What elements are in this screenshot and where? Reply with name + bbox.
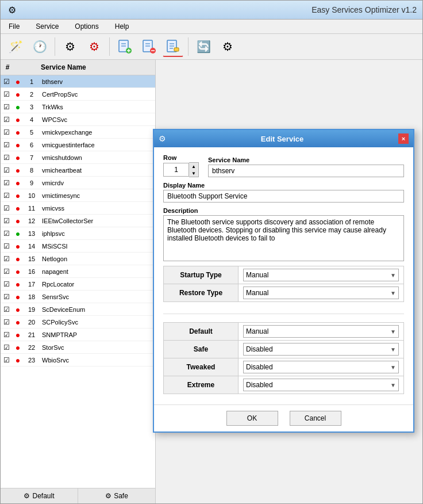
service-number: 3 — [24, 104, 40, 110]
menu-file[interactable]: File — [5, 21, 23, 32]
service-checkbox[interactable]: ☑ — [1, 356, 12, 364]
service-checkbox[interactable]: ☑ — [1, 230, 12, 238]
service-row[interactable]: ☑●11vmicvss — [1, 202, 155, 215]
service-row[interactable]: ☑●8vmicheartbeat — [1, 164, 155, 177]
tweaked-profile-select[interactable]: Disabled ▼ — [243, 361, 399, 373]
service-name: IEEtwCollectorSer — [40, 217, 155, 224]
service-row[interactable]: ☑●19ScDeviceEnum — [1, 303, 155, 316]
service-checkbox[interactable]: ☑ — [1, 268, 12, 276]
safe-profile-select[interactable]: Disabled ▼ — [243, 343, 399, 356]
service-name: SensrSvc — [40, 293, 155, 300]
service-row[interactable]: ☑●1bthserv — [1, 75, 155, 88]
startup-type-cell: Manual ▼ — [239, 266, 404, 284]
refresh-button[interactable]: 🔄 — [193, 36, 214, 57]
menu-options[interactable]: Options — [71, 21, 102, 32]
description-input[interactable]: The Bluetooth service supports discovery… — [163, 215, 404, 261]
service-row[interactable]: ☑●16napagent — [1, 265, 155, 278]
service-row[interactable]: ☑●22StorSvc — [1, 341, 155, 354]
service-checkbox[interactable]: ☑ — [1, 78, 12, 86]
ok-button[interactable]: OK — [226, 411, 278, 426]
doc-add-button[interactable] — [114, 36, 135, 57]
service-checkbox[interactable]: ☑ — [1, 242, 12, 250]
service-name: napagent — [40, 268, 155, 275]
gear-red-button[interactable]: ⚙ — [84, 36, 105, 57]
cancel-button[interactable]: Cancel — [290, 411, 341, 426]
service-name-input[interactable] — [208, 165, 404, 177]
service-row[interactable]: ☑●6vmicguestinterface — [1, 139, 155, 151]
service-name: StorSvc — [40, 344, 155, 351]
dialog-close-button[interactable]: × — [398, 133, 409, 144]
service-checkbox[interactable]: ☑ — [1, 217, 12, 225]
row-label: Row — [163, 154, 199, 161]
service-row[interactable]: ☑●9vmicrdv — [1, 177, 155, 189]
service-checkbox[interactable]: ☑ — [1, 318, 12, 326]
doc-remove-button[interactable] — [139, 36, 159, 57]
menu-help[interactable]: Help — [111, 21, 133, 32]
display-name-input[interactable] — [163, 190, 404, 203]
service-row[interactable]: ☑●17RpcLocator — [1, 278, 155, 291]
service-row[interactable]: ☑●15Netlogon — [1, 253, 155, 265]
service-checkbox[interactable]: ☑ — [1, 166, 12, 174]
default-button[interactable]: ⚙ Default — [1, 488, 78, 503]
service-checkbox[interactable]: ☑ — [1, 154, 12, 162]
service-row[interactable]: ☑●12IEEtwCollectorSer — [1, 215, 155, 227]
service-checkbox[interactable]: ☑ — [1, 116, 12, 124]
service-checkbox[interactable]: ☑ — [1, 179, 12, 187]
svg-rect-15 — [174, 48, 179, 51]
clock-button[interactable]: 🕐 — [29, 36, 50, 57]
service-row[interactable]: ☑●5vmickvpexchange — [1, 126, 155, 139]
service-checkbox[interactable]: ☑ — [1, 343, 12, 352]
status-circle: ● — [12, 77, 24, 86]
safe-button[interactable]: ⚙ Safe — [78, 488, 155, 503]
restore-type-select[interactable]: Manual ▼ — [243, 287, 399, 299]
service-row[interactable]: ☑●18SensrSvc — [1, 291, 155, 303]
service-row[interactable]: ☑●13iphlpsvc — [1, 227, 155, 240]
dialog-title: Edit Service — [170, 135, 395, 143]
restore-type-cell: Manual ▼ — [239, 284, 404, 302]
service-checkbox[interactable]: ☑ — [1, 141, 12, 149]
service-row[interactable]: ☑●7vmicshutdown — [1, 151, 155, 164]
service-row[interactable]: ☑●2CertPropSvc — [1, 88, 155, 101]
header-hash: # — [1, 62, 14, 72]
service-checkbox[interactable]: ☑ — [1, 331, 12, 339]
default-profile-select[interactable]: Manual ▼ — [243, 325, 399, 338]
service-checkbox[interactable]: ☑ — [1, 103, 12, 111]
service-checkbox[interactable]: ☑ — [1, 192, 12, 200]
service-checkbox[interactable]: ☑ — [1, 293, 12, 301]
dialog-body: Row 1 ▲ ▼ Service Name — [154, 147, 413, 404]
wand-button[interactable]: 🪄 — [5, 36, 26, 57]
service-name: CertPropSvc — [40, 91, 155, 98]
status-circle: ● — [12, 305, 24, 314]
service-row[interactable]: ☑●14MSiSCSI — [1, 240, 155, 253]
status-circle: ● — [12, 216, 24, 226]
service-row[interactable]: ☑●3TrkWks — [1, 101, 155, 113]
startup-type-select[interactable]: Manual ▼ — [243, 269, 399, 281]
service-name: TrkWks — [40, 104, 155, 110]
service-name: bthserv — [40, 78, 155, 85]
service-row[interactable]: ☑●4WPCSvc — [1, 113, 155, 126]
status-circle: ● — [12, 153, 24, 162]
service-row[interactable]: ☑●10vmictimesync — [1, 189, 155, 202]
service-checkbox[interactable]: ☑ — [1, 280, 12, 288]
safe-profile-arrow: ▼ — [390, 346, 396, 353]
service-row[interactable]: ☑●23WbioSrvc — [1, 354, 155, 366]
service-row[interactable]: ☑●20SCPolicySvc — [1, 316, 155, 329]
menu-service[interactable]: Service — [32, 21, 62, 32]
service-number: 4 — [24, 116, 40, 123]
gear-blue-button[interactable]: ⚙ — [60, 36, 80, 57]
service-checkbox[interactable]: ☑ — [1, 128, 12, 136]
doc-edit-button[interactable] — [163, 36, 183, 57]
safe-profile-value: Disabled — [246, 345, 273, 353]
status-circle: ● — [12, 90, 24, 99]
spinner-down[interactable]: ▼ — [189, 170, 198, 177]
toolbar: 🪄 🕐 ⚙ ⚙ — [1, 34, 422, 60]
service-checkbox[interactable]: ☑ — [1, 255, 12, 263]
spinner-up[interactable]: ▲ — [189, 163, 198, 170]
service-checkbox[interactable]: ☑ — [1, 306, 12, 314]
settings-button[interactable]: ⚙ — [217, 36, 238, 57]
service-checkbox[interactable]: ☑ — [1, 90, 12, 98]
extreme-profile-select[interactable]: Disabled ▼ — [243, 379, 399, 391]
service-number: 7 — [24, 154, 40, 161]
service-row[interactable]: ☑●21SNMPTRAP — [1, 329, 155, 341]
service-checkbox[interactable]: ☑ — [1, 204, 12, 212]
